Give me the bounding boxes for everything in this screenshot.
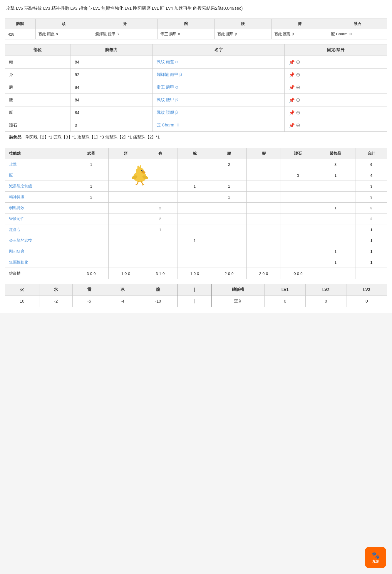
resist-header-lv1: LV1 (265, 284, 306, 296)
skill-name[interactable]: 超會心 (5, 224, 74, 235)
skill-name[interactable]: 精神抖擻 (5, 192, 74, 203)
skill-total: 1 (356, 246, 387, 257)
equip-fixed[interactable]: 📌 ⊖ (285, 106, 387, 119)
skill-leg (246, 246, 281, 257)
skill-waist (212, 257, 246, 268)
minus-icon[interactable]: ⊖ (296, 97, 300, 103)
equip-name[interactable]: 匠 Charm III (152, 119, 284, 132)
skill-head (108, 181, 143, 192)
skill-waist: 1 (212, 181, 246, 192)
equip-row: 腰 84 戰紋 腰甲 β 📌 ⊖ (5, 94, 387, 106)
pin-icon: 📌 (289, 85, 295, 90)
skill-charm (281, 235, 315, 246)
skill-weapon: 1 (74, 159, 108, 170)
summary-head: 戰紋 頭盔 α (35, 29, 92, 39)
equip-row: 護石 0 匠 Charm III 📌 ⊖ (5, 119, 387, 132)
resist-table: 火 水 雷 冰 龍 ｜ 鑲嵌槽 LV1 LV2 LV3 10 -2 -5 - (5, 284, 387, 307)
skill-deco: 1 (315, 246, 356, 257)
summary-table: 防禦 頭 身 腕 腰 腳 護石 428 戰紋 頭盔 α 爛輝龍 鎧甲 β 帝王 … (5, 19, 387, 39)
pin-icon: 📌 (289, 110, 295, 115)
skill-header-body: 身 (143, 148, 177, 159)
skill-weapon: 3-0-0 (74, 268, 108, 279)
skill-total: 4 (356, 170, 387, 181)
skill-waist (212, 170, 246, 181)
skill-head (108, 235, 143, 246)
summary-leg: 戰紋 護腿 β (271, 29, 328, 39)
minus-icon[interactable]: ⊖ (296, 59, 300, 65)
skill-leg (246, 159, 281, 170)
skill-leg: 2-0-0 (246, 268, 281, 279)
skill-arm (177, 213, 212, 224)
resist-header-water: 水 (39, 284, 73, 296)
deco-row: 裝飾品 剛刃珠【2】*1 匠珠【3】*1 攻擊珠【1】*3 無擊珠【2】*1 痛… (5, 132, 387, 143)
minus-icon[interactable]: ⊖ (296, 110, 300, 116)
skill-charm (281, 203, 315, 213)
skill-body (143, 192, 177, 203)
equip-header-defense: 防禦力 (71, 44, 152, 56)
equip-fixed[interactable]: 📌 ⊖ (285, 94, 387, 106)
skill-body: 2 (143, 213, 177, 224)
resist-header-lv3: LV3 (346, 284, 387, 296)
pin-icon: 📌 (289, 72, 295, 77)
pin-icon: 📌 (289, 60, 295, 65)
skill-head (108, 203, 143, 213)
summary-header-defense: 防禦 (5, 19, 36, 29)
skill-deco: 1 (315, 257, 356, 268)
skill-charm (281, 224, 315, 235)
skill-body: 2 (143, 203, 177, 213)
skill-head (108, 213, 143, 224)
skill-deco (315, 268, 356, 279)
equip-fixed[interactable]: 📌 ⊖ (285, 56, 387, 69)
equip-name[interactable]: 爛輝龍 鎧甲 β (152, 69, 284, 81)
skill-total: 1 (356, 235, 387, 246)
resist-header-slot: 鑲嵌槽 (211, 284, 265, 296)
skill-total (356, 268, 387, 279)
skill-weapon (74, 235, 108, 246)
skill-total: 3 (356, 181, 387, 192)
skill-waist (212, 235, 246, 246)
summary-header-leg: 腳 (271, 19, 328, 29)
equip-name[interactable]: 戰紋 腰甲 β (152, 94, 284, 106)
equip-fixed[interactable]: 📌 ⊖ (285, 119, 387, 132)
minus-icon[interactable]: ⊖ (296, 72, 300, 78)
skill-body (143, 235, 177, 246)
equip-table: 部位 防禦力 名字 固定/除外 頭 84 戰紋 頭盔 α 📌 ⊖ 身 92 爛輝… (5, 44, 387, 132)
skill-row: 剛刃研磨 1 1 (5, 246, 387, 257)
resist-dragon: -10 (139, 296, 177, 307)
equip-row: 頭 84 戰紋 頭盔 α 📌 ⊖ (5, 56, 387, 69)
equip-row: 身 92 爛輝龍 鎧甲 β 📌 ⊖ (5, 69, 387, 81)
equip-defense: 84 (71, 81, 152, 94)
equip-name[interactable]: 帝王 腕甲 α (152, 81, 284, 94)
skill-row: 攻擊 1 2 3 6 (5, 159, 387, 170)
skill-deco (315, 224, 356, 235)
minus-icon[interactable]: ⊖ (296, 122, 300, 128)
skill-name[interactable]: 無屬性強化 (5, 257, 74, 268)
skill-header-name: 技能點 (5, 148, 74, 159)
skill-name[interactable]: 炎王龍的武技 (5, 235, 74, 246)
skill-name[interactable]: 匠 (5, 170, 74, 181)
resist-header-fire: 火 (5, 284, 39, 296)
resist-header-dragon: 龍 (139, 284, 177, 296)
equip-header-name: 名字 (152, 44, 284, 56)
skill-leg (246, 235, 281, 246)
skill-name[interactable]: 昏厥耐性 (5, 213, 74, 224)
skill-deco (315, 213, 356, 224)
skill-arm (177, 257, 212, 268)
skill-name[interactable]: 弱點特效 (5, 203, 74, 213)
skill-body (143, 159, 177, 170)
equip-fixed[interactable]: 📌 ⊖ (285, 69, 387, 81)
skill-row: 昏厥耐性 2 2 (5, 213, 387, 224)
skill-leg (246, 203, 281, 213)
skill-name[interactable]: 滅盡龍之飢餓 (5, 181, 74, 192)
summary-arm: 帝王 腕甲 α (158, 29, 215, 39)
equip-header-slot: 部位 (5, 44, 71, 56)
equip-fixed[interactable]: 📌 ⊖ (285, 81, 387, 94)
equip-name[interactable]: 戰紋 頭盔 α (152, 56, 284, 69)
skill-total: 6 (356, 159, 387, 170)
skill-name[interactable]: 攻擊 (5, 159, 74, 170)
minus-icon[interactable]: ⊖ (296, 84, 300, 90)
equip-name[interactable]: 戰紋 護腿 β (152, 106, 284, 119)
skill-name[interactable]: 剛刃研磨 (5, 246, 74, 257)
skill-name[interactable]: 鑲嵌槽 (5, 268, 74, 279)
deco-label: 裝飾品 (9, 135, 21, 139)
